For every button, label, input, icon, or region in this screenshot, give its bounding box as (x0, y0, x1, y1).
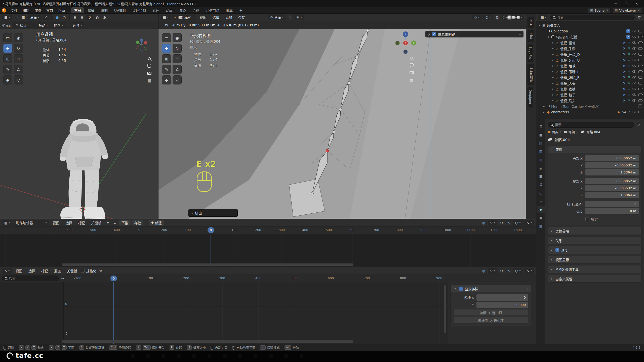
gizmo-y-axis[interactable]: Y (413, 42, 415, 44)
camera-icon[interactable] (638, 53, 642, 56)
select-extend-icon[interactable]: ⊞ (21, 15, 26, 20)
eye-icon[interactable] (632, 41, 636, 44)
graph-ruler-row[interactable]: ↔ -100 0 100 200 300 400 500 600 700 800… (0, 275, 536, 282)
tool-rotate[interactable]: ↻ (173, 44, 182, 53)
cursor-value-line[interactable] (64, 306, 444, 306)
screencast-keys-panel[interactable]: ❯ ✓ 屏幕录制键 ⠿ (425, 31, 524, 37)
camera-icon[interactable] (638, 36, 642, 38)
dope-timeline-ruler[interactable]: -600 -500 -400 -300 -200 -100 0 100 200 … (0, 227, 536, 234)
viewlayer-unlink-icon[interactable]: ✕ (638, 9, 640, 12)
modifier-icon[interactable]: ⚒ (623, 41, 626, 44)
menu-window[interactable]: 窗口 (44, 7, 56, 13)
menu-marker[interactable]: 标记 (76, 219, 87, 226)
head-z-field[interactable]: 1.3364 m (585, 169, 639, 175)
outliner-row-object[interactable]: ▸△ 低模_眉毛 ⚒▽ (536, 63, 644, 69)
eye-icon[interactable] (632, 30, 636, 32)
vertical-scrollbar[interactable] (444, 285, 446, 333)
workspace-tab-uv[interactable]: UV编辑 (111, 7, 129, 13)
mirror-x-icon[interactable]: ◐ (95, 15, 100, 20)
close-button[interactable]: ✕ (632, 1, 641, 7)
panel-header[interactable]: ▸MMD 骨骼工具 (548, 265, 641, 273)
only-selected-filter-icon[interactable]: ◎ (481, 220, 486, 225)
tool-annotate[interactable]: ✎ (3, 65, 12, 74)
tool-transform[interactable]: ▱ (173, 54, 182, 63)
operator-panel-extrude[interactable]: ▸ 挤出 (188, 209, 238, 217)
grid-toggle-icon[interactable]: ▦ (147, 78, 151, 83)
value-field[interactable]: 0 (86, 15, 93, 20)
menu-select[interactable]: 选择 (63, 219, 74, 226)
only-selected-filter-icon[interactable]: ◎ (481, 268, 486, 274)
tail-z-field[interactable]: 1.3364 m (585, 192, 639, 198)
vertex-group-icon[interactable]: ▽ (628, 47, 630, 50)
camera-view-icon[interactable] (147, 72, 151, 75)
camera-icon[interactable] (638, 30, 642, 32)
mirror-y-icon[interactable]: ◑ (102, 15, 107, 20)
panel-header[interactable]: ▸关系 (548, 237, 641, 244)
workspace-tab-texture-paint[interactable]: 纹理绘制 (129, 7, 149, 13)
camera-icon[interactable] (638, 88, 642, 90)
modifier-icon[interactable]: ⚒ (623, 70, 626, 73)
menu-marker[interactable]: 标记 (39, 267, 50, 275)
horizontal-scrollbar[interactable] (62, 263, 353, 266)
grid-toggle-icon[interactable]: ▦ (410, 78, 413, 82)
cursor-to-selection-button[interactable]: 游标 -> 选中项 (453, 309, 528, 316)
eye-icon[interactable] (632, 47, 636, 50)
stack-down-icon[interactable]: ▾ (105, 220, 111, 225)
menu-edit[interactable]: 编辑 (20, 7, 32, 13)
editor-type-selector[interactable]: ▦▾ (2, 15, 12, 20)
navigation-gizmo[interactable] (133, 36, 151, 54)
properties-tab-tool[interactable]: ⚒ (537, 123, 545, 130)
workspace-tab-rendering[interactable]: 渲染 (176, 7, 189, 13)
breadcrumb-bone[interactable]: 骨骼.004 (586, 129, 600, 134)
shading-wireframe[interactable] (503, 16, 507, 19)
snap-icon[interactable]: ∿ (506, 268, 511, 274)
menu-key[interactable]: 关键帧 (65, 267, 79, 275)
workspace-tab-sculpt[interactable]: 雕刻 (98, 7, 111, 13)
menu-armature[interactable]: 骨架 (236, 14, 247, 21)
camera-icon[interactable] (638, 76, 642, 79)
horizontal-scrollbar[interactable] (62, 340, 353, 343)
gizmo-z-axis[interactable]: Z (405, 33, 407, 36)
tool-measure[interactable]: ∠ (173, 65, 182, 74)
properties-tab-texture[interactable]: ▦ (537, 222, 545, 230)
preset-dropdown[interactable]: ⟐默认▾ (13, 22, 31, 28)
vertex-group-icon[interactable]: ▽ (628, 81, 630, 85)
show-cursor-panel-header[interactable]: ▾ ✓ 显示游标 ⠿ (451, 285, 531, 292)
outliner-row-object[interactable]: ▸△ 低模_衣裤 ⚒▽ (536, 86, 644, 92)
outliner-row-object[interactable]: ▸△ 低模_手套 ⚒▽ (536, 46, 644, 51)
camera-icon[interactable] (638, 99, 642, 102)
selected-bone-tip[interactable] (326, 149, 329, 152)
tool-scale[interactable]: ⊞ (3, 54, 12, 63)
cursor-value-to-selection-button[interactable]: 游标值 -> 选中项 (453, 317, 528, 324)
drag-handle-icon[interactable]: ⠿ (519, 32, 521, 36)
panel-header[interactable]: ▸✓形变 (548, 246, 641, 254)
tool-select-box[interactable]: ▭ (162, 33, 171, 42)
scene-unlink-icon[interactable]: ✕ (606, 9, 608, 12)
outliner-row-object[interactable]: ▸△ 低模_牙齿_D ⚒▽ (536, 51, 644, 57)
options-dropdown[interactable]: 选项▾ (70, 22, 84, 28)
modifier-icon[interactable]: ⚒ (623, 87, 626, 91)
snap-mode-dropdown[interactable]: ○▾ (513, 268, 523, 274)
deform-checkbox[interactable]: ✓ (555, 248, 559, 252)
panel-expand-icon[interactable]: ▾ (453, 287, 457, 290)
add-op-icon[interactable]: ⊕ (72, 15, 78, 20)
properties-search-input[interactable] (555, 123, 632, 127)
select-mode-icon[interactable]: ▭ (14, 15, 19, 20)
sidebar-tab-tool[interactable]: 工具 (528, 30, 534, 42)
camera-icon[interactable] (638, 41, 642, 44)
menu-channel[interactable]: 通道 (52, 267, 63, 275)
stash-button[interactable]: 存放 (132, 220, 143, 225)
breadcrumb-object[interactable]: 骨架 (552, 129, 558, 134)
properties-tab-object[interactable]: ■ (537, 173, 545, 180)
gizmo-x-axis[interactable]: X (405, 42, 407, 44)
mode-selector[interactable]: ⌖编辑模式▾ (172, 15, 196, 20)
eye-icon[interactable] (632, 94, 636, 96)
properties-tab-bone[interactable]: ◆ (537, 206, 545, 213)
camera-icon[interactable] (638, 94, 642, 96)
eye-icon[interactable] (632, 36, 636, 38)
properties-tab-physics[interactable]: ○ (537, 189, 545, 196)
current-frame-line[interactable] (211, 234, 211, 267)
vertex-group-icon[interactable]: ▽ (628, 58, 630, 62)
properties-tab-output[interactable]: ▤ (537, 140, 545, 147)
outliner-row-object[interactable]: ▸△ 低模_眼睛_L ⚒▽ (536, 69, 644, 74)
